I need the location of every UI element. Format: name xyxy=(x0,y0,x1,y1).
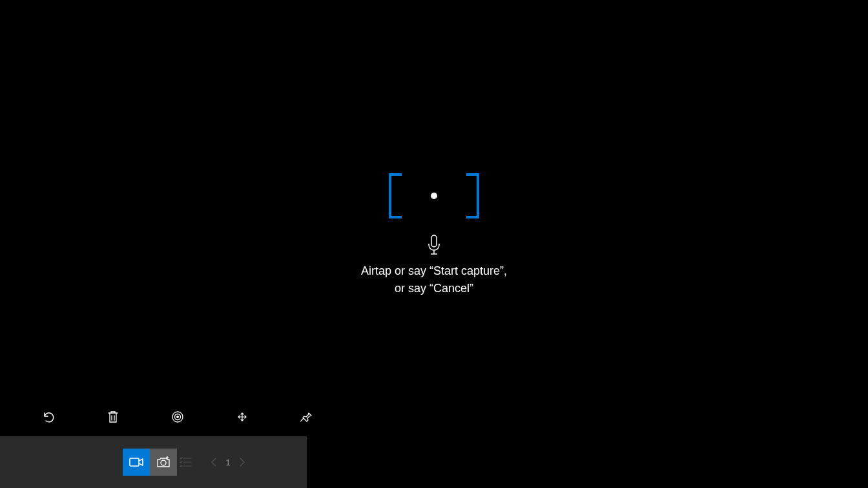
follow-button[interactable] xyxy=(169,408,186,425)
microphone-icon xyxy=(427,235,441,258)
svg-point-5 xyxy=(177,416,179,418)
page-number: 1 xyxy=(223,458,232,467)
delete-button[interactable] xyxy=(105,408,121,425)
photo-mode-button[interactable] xyxy=(150,449,177,476)
bracket-right xyxy=(466,173,479,218)
next-button xyxy=(232,452,252,472)
svg-rect-0 xyxy=(431,235,437,247)
reticle-dot xyxy=(431,193,437,199)
expand-button[interactable] xyxy=(234,408,251,425)
list-button xyxy=(177,449,194,476)
instruction-text: Airtap or say “Start capture”, or say “C… xyxy=(361,262,507,297)
undo-button[interactable] xyxy=(40,408,57,425)
video-mode-button[interactable] xyxy=(123,449,150,476)
mode-bar: 1 xyxy=(0,436,307,488)
svg-point-7 xyxy=(161,460,166,465)
prev-button xyxy=(204,452,223,472)
bracket-left xyxy=(389,173,402,218)
capture-reticle[interactable] xyxy=(389,173,479,218)
svg-rect-6 xyxy=(130,458,139,466)
action-toolbar xyxy=(0,398,315,436)
pin-button[interactable] xyxy=(298,408,315,425)
